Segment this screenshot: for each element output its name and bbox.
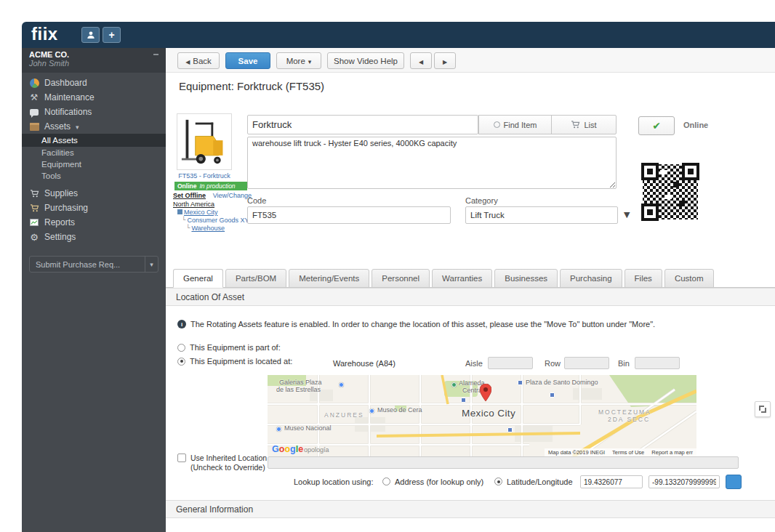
- code-input[interactable]: [247, 206, 451, 224]
- map-pin-icon[interactable]: [480, 384, 491, 401]
- caret-down-icon: [308, 57, 312, 65]
- map-label-museo-nacional: Museo Nacional: [284, 424, 332, 432]
- sidebar-item-supplies[interactable]: Supplies: [22, 186, 166, 201]
- lookup-address-radio[interactable]: [382, 477, 390, 485]
- tree-item-consumer-goods[interactable]: Consumer Goods XYZ: [187, 217, 253, 224]
- aisle-input[interactable]: [488, 357, 533, 369]
- bin-input[interactable]: [635, 357, 680, 369]
- list-button[interactable]: List: [551, 115, 617, 134]
- building-icon: [177, 209, 182, 214]
- map-poi-dot[interactable]: [369, 408, 374, 414]
- inherited-location-checkbox[interactable]: [177, 454, 186, 462]
- lookup-address-label: Address (for lookup only): [395, 477, 483, 486]
- tree-item-north-america[interactable]: North America: [173, 201, 214, 208]
- user-profile-button[interactable]: [81, 27, 100, 43]
- fiix-logo: fiix: [31, 24, 58, 44]
- back-label: Back: [193, 57, 212, 65]
- tab-files[interactable]: Files: [625, 269, 662, 288]
- add-button[interactable]: +: [103, 27, 121, 43]
- notifications-icon: [30, 109, 39, 116]
- asset-photo[interactable]: [177, 113, 232, 170]
- map-fullscreen-icon[interactable]: [755, 401, 771, 417]
- map-metro-icon[interactable]: [518, 380, 523, 385]
- asset-photo-caption[interactable]: FT535 - Forktruck: [168, 172, 241, 180]
- location-map[interactable]: Galerias Plaza de las Estrellas ANZURES …: [268, 375, 696, 456]
- account-block[interactable]: ACME CO. John Smith: [22, 48, 166, 73]
- tab-metering-events[interactable]: Metering/Events: [289, 269, 369, 288]
- caret-down-icon[interactable]: [145, 257, 158, 272]
- collapse-icon[interactable]: [153, 54, 158, 55]
- view-change-link[interactable]: View/Change: [213, 192, 252, 199]
- sidebar-item-maintenance[interactable]: Maintenance: [22, 90, 166, 105]
- terms-of-use-link[interactable]: Terms of Use: [612, 449, 644, 456]
- sidebar-item-facilities[interactable]: Facilities: [22, 147, 166, 158]
- save-button[interactable]: Save: [225, 52, 270, 69]
- section-title: Location Of Asset: [176, 292, 244, 302]
- sidebar-item-settings[interactable]: Settings: [22, 230, 166, 244]
- map-metro-icon[interactable]: [461, 398, 466, 403]
- tree-item-mexico-city[interactable]: Mexico City: [184, 209, 218, 216]
- settings-gear-icon: [29, 232, 39, 243]
- category-input[interactable]: [465, 206, 618, 224]
- part-of-radio[interactable]: [177, 344, 185, 352]
- assets-icon: [30, 123, 39, 131]
- asset-name-input[interactable]: [247, 115, 478, 134]
- forklift-image: [180, 117, 228, 166]
- reports-icon: [30, 219, 39, 226]
- map-label-anzures: ANZURES: [324, 411, 364, 419]
- tab-purchasing[interactable]: Purchasing: [560, 269, 622, 288]
- submit-purchase-req-button[interactable]: Submit Purchase Req...: [29, 256, 158, 273]
- address-input[interactable]: [268, 456, 739, 469]
- back-button[interactable]: Back: [177, 52, 220, 69]
- inherited-location-label: Use Inherited Location: [190, 454, 267, 462]
- status-online-label: Online: [177, 182, 196, 190]
- sidebar-item-notifications[interactable]: Notifications: [22, 105, 166, 119]
- sidebar-item-purchasing[interactable]: Purchasing: [22, 201, 166, 215]
- next-button[interactable]: [434, 52, 456, 69]
- find-item-button[interactable]: Find Item: [478, 115, 552, 134]
- sidebar-item-all-assets[interactable]: All Assets: [22, 134, 166, 147]
- set-offline-link[interactable]: Set Offline: [173, 192, 206, 199]
- notice-text: The Rotating Assets feature is enabled. …: [190, 320, 655, 329]
- map-poi-dot[interactable]: [451, 382, 457, 387]
- sidebar-subitem-label: All Assets: [41, 136, 78, 145]
- tab-bar: General Parts/BOM Metering/Events Person…: [166, 268, 775, 288]
- map-metro-icon[interactable]: [550, 392, 555, 398]
- tree-item-warehouse[interactable]: Warehouse: [191, 225, 225, 232]
- row-input[interactable]: [564, 357, 609, 369]
- section-title: General Information: [176, 504, 253, 515]
- lookup-latlong-radio[interactable]: [494, 477, 502, 485]
- online-toggle-button[interactable]: ✔: [638, 116, 675, 135]
- purchasing-cart-icon: [29, 204, 39, 212]
- report-map-error-link[interactable]: Report a map err: [651, 449, 693, 456]
- tab-custom[interactable]: Custom: [664, 269, 714, 288]
- asset-description-input[interactable]: warehouse lift truck - Hyster E40 series…: [247, 137, 617, 189]
- video-help-button[interactable]: Show Video Help: [327, 52, 404, 69]
- sidebar-item-dashboard[interactable]: Dashboard: [22, 76, 166, 90]
- more-button[interactable]: More: [276, 52, 321, 69]
- map-metro-icon[interactable]: [507, 427, 513, 432]
- locate-button[interactable]: [726, 475, 742, 489]
- find-item-label: Find Item: [504, 121, 537, 129]
- sidebar-item-assets[interactable]: Assets: [22, 119, 166, 134]
- category-dropdown-icon[interactable]: ▼: [624, 210, 630, 219]
- tab-general[interactable]: General: [173, 269, 223, 288]
- tab-businesses[interactable]: Businesses: [494, 269, 558, 288]
- asset-status-bar: Online In production: [174, 182, 247, 190]
- google-logo[interactable]: Googleopología: [272, 444, 329, 454]
- located-at-radio[interactable]: [177, 358, 185, 366]
- sidebar-item-reports[interactable]: Reports: [22, 215, 166, 230]
- sidebar-item-equipment[interactable]: Equipment: [22, 158, 166, 170]
- part-of-row: This Equipment is part of:: [177, 343, 281, 352]
- tab-warranties[interactable]: Warranties: [432, 269, 492, 288]
- map-poi-dot[interactable]: [339, 382, 344, 387]
- tab-personnel[interactable]: Personnel: [372, 269, 430, 288]
- latitude-input[interactable]: [580, 475, 643, 488]
- longitude-input[interactable]: [648, 475, 720, 488]
- prev-button[interactable]: [410, 52, 432, 69]
- map-poi-dot[interactable]: [276, 427, 281, 432]
- sidebar-item-tools[interactable]: Tools: [22, 170, 166, 182]
- tab-parts-bom[interactable]: Parts/BOM: [225, 269, 286, 288]
- company-name: ACME CO.: [29, 50, 158, 59]
- part-of-label: This Equipment is part of:: [190, 343, 281, 352]
